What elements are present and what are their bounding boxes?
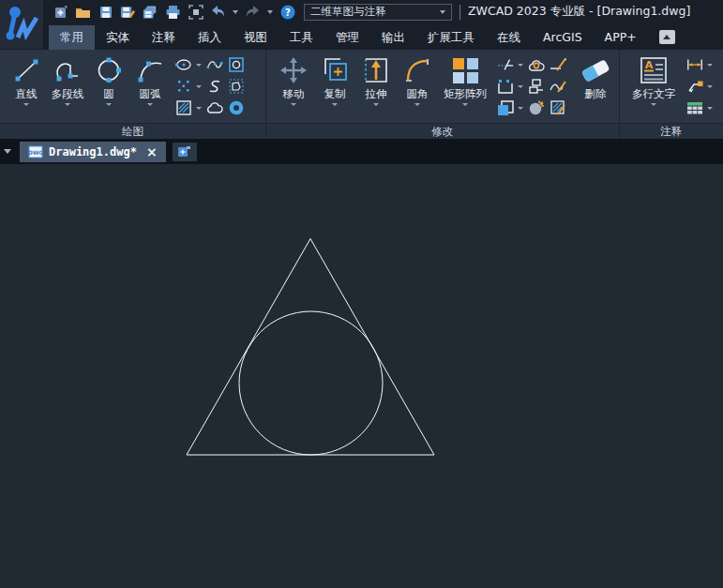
rectangular-array-dropdown-caret-icon[interactable] bbox=[462, 103, 468, 106]
join-icon[interactable] bbox=[528, 56, 545, 73]
spline-icon[interactable] bbox=[206, 78, 223, 95]
redo-icon[interactable] bbox=[245, 4, 261, 20]
point-dropdown-caret-icon[interactable] bbox=[196, 85, 202, 88]
plot-icon[interactable] bbox=[143, 4, 158, 20]
ribbon-tab-app-plus[interactable]: APP+ bbox=[594, 25, 648, 50]
annotate-panel-label[interactable]: 注释 bbox=[619, 124, 723, 139]
circle-button[interactable]: 圆 bbox=[89, 53, 128, 123]
leader-dropdown-caret-icon[interactable] bbox=[707, 85, 713, 88]
polyline-button[interactable]: 多段线 bbox=[48, 53, 87, 123]
move-button[interactable]: 移动 bbox=[274, 53, 313, 123]
app-logo[interactable] bbox=[0, 0, 43, 49]
ribbon-tab-annotate[interactable]: 注释 bbox=[141, 25, 187, 50]
copy-dropdown-caret-icon[interactable] bbox=[332, 103, 338, 106]
zwcad-logo-icon bbox=[4, 4, 39, 45]
modify-panel-label[interactable]: 修改 bbox=[265, 124, 619, 139]
rectangular-array-button[interactable]: 矩形阵列 bbox=[439, 53, 491, 123]
mtext-dropdown-caret-icon[interactable] bbox=[651, 103, 656, 106]
inscribed-circle-entity[interactable] bbox=[239, 311, 383, 455]
ribbon-tab-output[interactable]: 输出 bbox=[370, 25, 416, 50]
move-icon bbox=[279, 53, 309, 88]
svg-text:DWG: DWG bbox=[28, 148, 43, 155]
mtext-button[interactable]: A 多行文字 bbox=[626, 53, 681, 123]
donut-icon[interactable] bbox=[228, 99, 245, 116]
rectangular-array-icon bbox=[451, 53, 479, 88]
save-icon[interactable] bbox=[98, 4, 113, 20]
align-icon[interactable] bbox=[528, 78, 545, 95]
print-preview-icon[interactable] bbox=[188, 4, 203, 20]
move-dropdown-caret-icon[interactable] bbox=[291, 103, 296, 106]
trim-icon[interactable] bbox=[497, 56, 514, 73]
erase-button-label: 删除 bbox=[585, 88, 607, 100]
drawing-canvas[interactable] bbox=[0, 164, 723, 588]
point-icon[interactable] bbox=[175, 78, 192, 95]
boundary-icon[interactable] bbox=[228, 56, 245, 73]
ribbon-tab-solid[interactable]: 实体 bbox=[95, 25, 141, 50]
panel-label-strip: 绘图 修改 注释 bbox=[0, 123, 723, 139]
ribbon-tab-manage[interactable]: 管理 bbox=[324, 25, 370, 50]
ribbon-tab-express[interactable]: 扩展工具 bbox=[416, 25, 486, 50]
ribbon-tab-row: 常用 实体 注释 插入 视图 工具 管理 输出 扩展工具 在线 ArcGIS A… bbox=[0, 23, 723, 50]
document-list-caret-icon[interactable] bbox=[4, 149, 11, 154]
hatch-dropdown-caret-icon[interactable] bbox=[196, 107, 202, 110]
eraser-icon bbox=[580, 53, 611, 88]
ribbon-tab-home[interactable]: 常用 bbox=[49, 25, 95, 50]
fillet-button[interactable]: 圆角 bbox=[398, 53, 437, 123]
close-tab-icon[interactable]: × bbox=[146, 145, 158, 158]
offset-dropdown-caret-icon[interactable] bbox=[518, 107, 523, 110]
erase-button[interactable]: 删除 bbox=[576, 53, 615, 123]
edit-hatch-icon[interactable] bbox=[550, 99, 566, 116]
undo-dropdown-caret-icon[interactable] bbox=[233, 10, 238, 14]
polyline-dropdown-caret-icon[interactable] bbox=[65, 103, 70, 106]
scale-icon[interactable] bbox=[497, 78, 514, 95]
ribbon-collapse-button[interactable] bbox=[659, 30, 675, 44]
redo-dropdown-caret-icon[interactable] bbox=[267, 10, 273, 14]
document-tab-label: Drawing1.dwg* bbox=[49, 145, 137, 158]
ribbon-tab-online[interactable]: 在线 bbox=[486, 25, 532, 50]
table-icon[interactable] bbox=[686, 99, 703, 116]
save-as-icon[interactable] bbox=[120, 4, 136, 20]
table-dropdown-caret-icon[interactable] bbox=[707, 107, 713, 110]
explode-icon[interactable] bbox=[528, 99, 545, 116]
trim-dropdown-caret-icon[interactable] bbox=[518, 64, 523, 67]
linear-dimension-icon[interactable] bbox=[686, 56, 703, 73]
line-button[interactable]: 直线 bbox=[7, 53, 46, 123]
document-tab-active[interactable]: DWG Drawing1.dwg* × bbox=[20, 142, 166, 162]
revision-cloud-icon[interactable] bbox=[206, 99, 223, 116]
ribbon-tab-arcgis[interactable]: ArcGIS bbox=[532, 25, 594, 50]
edit-polyline-icon[interactable] bbox=[550, 78, 566, 95]
hatch-icon[interactable] bbox=[175, 99, 192, 116]
triangle-entity[interactable] bbox=[187, 239, 434, 456]
new-file-icon[interactable] bbox=[53, 4, 68, 20]
arc-dropdown-caret-icon[interactable] bbox=[147, 103, 153, 106]
scale-dropdown-caret-icon[interactable] bbox=[518, 85, 523, 88]
leader-icon[interactable] bbox=[686, 78, 703, 95]
print-icon[interactable] bbox=[165, 4, 181, 20]
ribbon-tab-view[interactable]: 视图 bbox=[233, 25, 279, 50]
dimension-dropdown-caret-icon[interactable] bbox=[707, 64, 713, 67]
copy-button[interactable]: 复制 bbox=[315, 53, 354, 123]
draw-panel-label[interactable]: 绘图 bbox=[0, 124, 265, 139]
ribbon-tab-tools[interactable]: 工具 bbox=[279, 25, 324, 50]
wipeout-icon[interactable] bbox=[228, 78, 245, 95]
ribbon-tab-insert[interactable]: 插入 bbox=[187, 25, 233, 50]
stretch-button-label: 拉伸 bbox=[366, 88, 387, 100]
stretch-dropdown-caret-icon[interactable] bbox=[373, 103, 379, 106]
new-document-tab-button[interactable] bbox=[173, 143, 197, 161]
lengthen-icon[interactable] bbox=[550, 56, 566, 73]
circle-dropdown-caret-icon[interactable] bbox=[106, 103, 112, 106]
spline-fit-icon[interactable] bbox=[206, 56, 223, 73]
arc-button[interactable]: 圆弧 bbox=[130, 53, 170, 123]
workspace-selector[interactable]: 二维草图与注释 bbox=[304, 4, 452, 21]
offset-icon[interactable] bbox=[497, 99, 514, 116]
workspace-dropdown-caret-icon bbox=[440, 10, 445, 14]
ellipse-dropdown-caret-icon[interactable] bbox=[196, 64, 202, 67]
dwg-file-icon: DWG bbox=[28, 145, 43, 158]
ellipse-icon[interactable] bbox=[175, 56, 192, 73]
fillet-dropdown-caret-icon[interactable] bbox=[414, 103, 420, 106]
open-folder-icon[interactable] bbox=[75, 4, 91, 20]
help-icon[interactable]: ? bbox=[279, 4, 295, 20]
line-dropdown-caret-icon[interactable] bbox=[23, 103, 29, 106]
undo-icon[interactable] bbox=[210, 4, 226, 20]
stretch-button[interactable]: 拉伸 bbox=[356, 53, 396, 123]
